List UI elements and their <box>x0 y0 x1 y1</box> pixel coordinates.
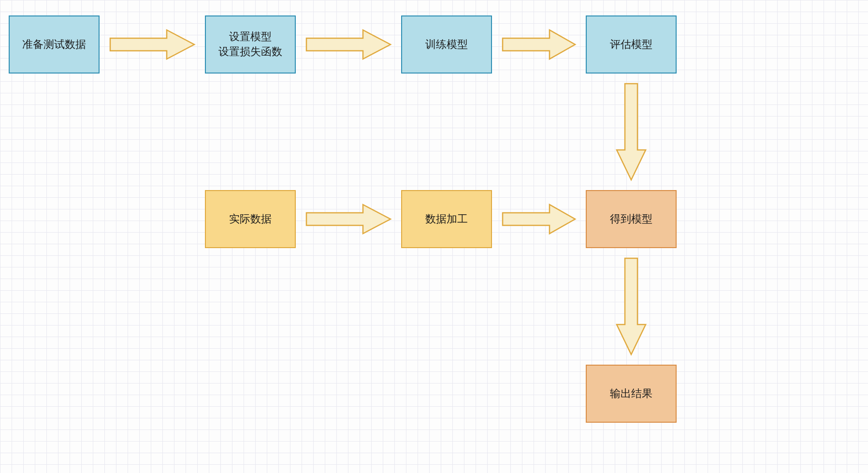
node-set-model: 设置模型 设置损失函数 <box>205 15 296 74</box>
node-eval-model: 评估模型 <box>586 15 677 74</box>
node-get-model: 得到模型 <box>586 190 677 248</box>
node-train-model: 训练模型 <box>401 15 492 74</box>
arrow-right-icon <box>305 29 392 60</box>
arrow-right-icon <box>501 29 577 60</box>
arrow-right-icon <box>109 29 196 60</box>
node-process-data: 数据加工 <box>401 190 492 248</box>
node-prepare-data: 准备测试数据 <box>9 15 100 74</box>
node-real-data: 实际数据 <box>205 190 296 248</box>
arrow-right-icon <box>501 203 577 235</box>
arrow-down-icon <box>615 257 647 356</box>
arrow-right-icon <box>305 203 392 235</box>
arrow-down-icon <box>615 82 647 181</box>
node-output-result: 输出结果 <box>586 365 677 423</box>
